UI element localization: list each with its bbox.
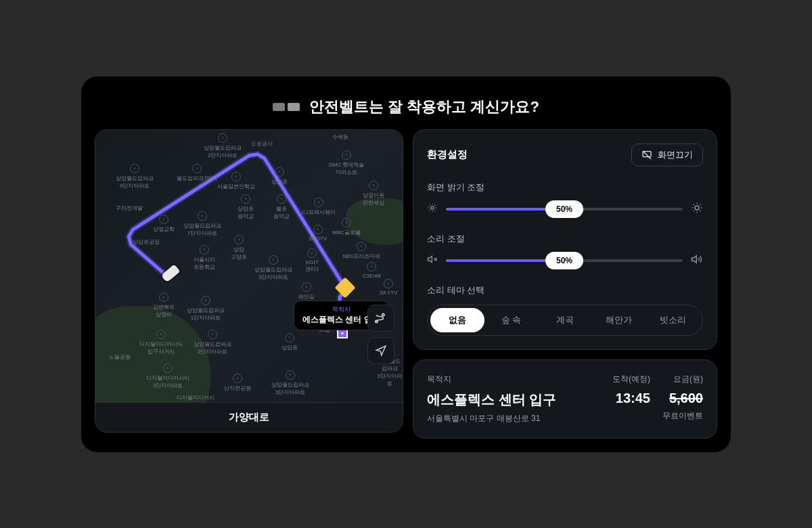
route-overview-button[interactable] — [367, 305, 394, 332]
fare-note: 무료이벤트 — [662, 410, 703, 422]
dest-address: 서울특별시 마포구 매봉산로 31 — [427, 413, 600, 424]
recenter-button[interactable] — [367, 337, 394, 364]
map-card: ◦상암월드컵파크9단지아파트 ◦월드컵파크7단지 ◦상암월드컵파크2단지아파트 … — [95, 129, 403, 433]
svg-point-1 — [382, 313, 384, 315]
volume-label: 소리 조절 — [427, 233, 703, 245]
seatbelt-icon — [273, 103, 300, 111]
theme-option-valley[interactable]: 계곡 — [538, 308, 592, 332]
volume-thumb[interactable]: 50% — [545, 252, 583, 269]
settings-card: 환경설정 화면끄기 화면 밝기 조절 50% — [413, 129, 717, 350]
eta-value: 13:45 — [612, 391, 650, 406]
volume-high-icon — [691, 253, 703, 268]
main-panel: 안전벨트는 잘 착용하고 계신가요? ◦상암월드컵파크9단지아파트 ◦월드컵파크… — [81, 76, 731, 452]
fare-value: 5,600 — [662, 391, 703, 406]
fare-label: 요금(원) — [662, 374, 703, 385]
theme-label: 소리 테마 선택 — [427, 284, 703, 296]
content-row: ◦상암월드컵파크9단지아파트 ◦월드컵파크7단지 ◦상암월드컵파크2단지아파트 … — [95, 129, 717, 439]
header-title: 안전벨트는 잘 착용하고 계신가요? — [309, 97, 539, 117]
screen-off-button[interactable]: 화면끄기 — [631, 144, 703, 167]
map-area[interactable]: ◦상암월드컵파크9단지아파트 ◦월드컵파크7단지 ◦상암월드컵파크2단지아파트 … — [95, 130, 403, 402]
theme-option-shore[interactable]: 해안가 — [592, 308, 646, 332]
volume-mute-icon — [427, 254, 438, 267]
route-path — [95, 130, 403, 402]
brightness-low-icon — [427, 202, 438, 216]
volume-slider[interactable]: 50% — [446, 259, 683, 262]
dest-name: 에스플렉스 센터 입구 — [427, 391, 600, 409]
svg-point-3 — [431, 206, 434, 209]
header: 안전벨트는 잘 착용하고 계신가요? — [95, 90, 717, 129]
monitor-off-icon — [641, 150, 652, 160]
dest-label: 목적지 — [427, 374, 600, 385]
current-road: 가양대로 — [95, 402, 403, 432]
eta-label: 도착(예정) — [612, 374, 650, 385]
svg-point-4 — [695, 206, 699, 210]
theme-option-none[interactable]: 없음 — [430, 308, 484, 332]
theme-option-rain[interactable]: 빗소리 — [646, 308, 700, 332]
screen-off-label: 화면끄기 — [658, 149, 693, 161]
brightness-thumb[interactable]: 50% — [545, 200, 583, 218]
destination-card: 목적지 에스플렉스 센터 입구 서울특별시 마포구 매봉산로 31 도착(예정)… — [413, 359, 717, 439]
sound-theme-selector: 없음 숲 속 계곡 해안가 빗소리 — [427, 305, 703, 336]
theme-option-forest[interactable]: 숲 속 — [484, 308, 539, 332]
brightness-label: 화면 밝기 조절 — [427, 181, 703, 194]
brightness-slider[interactable]: 50% — [446, 208, 683, 211]
brightness-high-icon — [691, 202, 703, 217]
settings-title: 환경설정 — [427, 148, 468, 161]
